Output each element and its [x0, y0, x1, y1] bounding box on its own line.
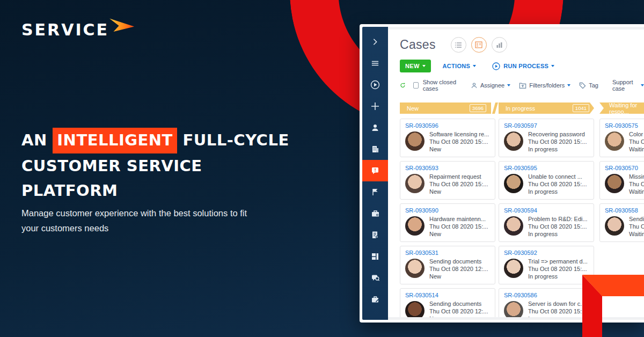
case-id-link[interactable]: SR-0930593 — [405, 165, 490, 171]
headline-line2: CUSTOMER SERVICE — [21, 157, 202, 175]
sidebar-menu-icon[interactable] — [362, 53, 388, 74]
case-subject: Unable to connect ... — [528, 173, 587, 180]
case-subject: Recovering password — [528, 130, 587, 138]
case-subject: Sending documents — [429, 300, 488, 307]
tag-filter[interactable]: Tag — [579, 82, 598, 89]
avatar — [405, 131, 425, 151]
case-date: Thu Oc — [629, 138, 644, 145]
sidebar-document-settings-icon[interactable] — [362, 224, 388, 246]
case-card[interactable]: SR-0930595 Unable to connect ...Thu Oct … — [499, 161, 594, 200]
sidebar-briefcase-edit-icon[interactable] — [362, 289, 388, 310]
kanban-column-header-in-progress[interactable]: In progress 1041 — [499, 102, 594, 114]
case-id-link[interactable]: SR-0930514 — [405, 292, 490, 298]
kanban-column-header-new[interactable]: New 3696 — [400, 102, 491, 114]
column-title: New — [407, 105, 419, 112]
case-status: New — [429, 145, 489, 153]
case-id-link[interactable]: SR-0930594 — [504, 207, 589, 214]
assignee-filter[interactable]: Assignee — [471, 82, 510, 89]
case-date: Thu Oc — [629, 223, 644, 230]
refresh-icon[interactable] — [400, 82, 406, 89]
case-status: In progress — [528, 188, 587, 195]
case-date: Thu Oct 08 2020 15:... — [528, 223, 588, 230]
case-card[interactable]: SR-0930570 MissingThu OcWaiting — [599, 161, 644, 200]
play-circle-icon — [492, 62, 500, 70]
case-id-link[interactable]: SR-0930570 — [605, 165, 644, 171]
case-card[interactable]: SR-0930575 Color laThu OcWaiting — [599, 119, 644, 157]
show-closed-checkbox[interactable] — [413, 82, 419, 89]
case-card[interactable]: SR-0930514 Sending documentsThu Oct 08 2… — [400, 288, 495, 320]
assignee-label: Assignee — [480, 82, 504, 89]
case-status: Waiting — [629, 188, 644, 195]
sidebar-flag-icon[interactable] — [362, 181, 388, 203]
case-id-link[interactable]: SR-0930596 — [405, 122, 490, 129]
caret-down-icon — [567, 84, 570, 86]
case-date: Thu Oct 08 2020 15:... — [528, 180, 587, 188]
avatar — [504, 259, 523, 278]
case-date: Thu Oc — [629, 180, 644, 188]
case-id-link[interactable]: SR-0930592 — [504, 250, 589, 256]
headline-highlight: INTELLIGENT — [53, 128, 177, 153]
case-id-link[interactable]: SR-0930590 — [405, 207, 490, 214]
list-view-icon[interactable] — [451, 37, 466, 53]
app-sidebar — [362, 27, 388, 320]
hero-subtext: Manage customer experience with the best… — [21, 206, 301, 236]
kanban-view-icon[interactable] — [471, 37, 487, 53]
kanban-column-header-waiting[interactable]: Waiting for respo... — [599, 102, 644, 114]
view-toggles — [451, 37, 507, 53]
avatar — [504, 174, 523, 193]
case-date: Thu Oct 08 2020 12:... — [429, 265, 488, 273]
sidebar-building-icon[interactable] — [362, 138, 388, 160]
avatar — [405, 216, 425, 236]
case-id-link[interactable]: SR-0930558 — [605, 207, 644, 214]
headline-pre: AN — [21, 131, 47, 149]
case-card[interactable]: SR-0930597 Recovering passwordThu Oct 08… — [499, 119, 594, 157]
case-card[interactable]: SR-0930558 SendingThu OcWaiting — [599, 203, 644, 242]
kanban-column-new: SR-0930596 Software licensing re...Thu O… — [400, 119, 495, 320]
case-id-link[interactable]: SR-0930595 — [504, 165, 589, 171]
case-date: Thu Oct 08 2020 15:... — [429, 180, 488, 188]
case-status: Waiting — [629, 145, 644, 153]
caret-down-icon — [641, 84, 644, 86]
case-card[interactable]: SR-0930592 Trial => permanent d...Thu Oc… — [499, 246, 594, 284]
filters-folders-filter[interactable]: Filters/folders — [519, 82, 570, 89]
caret-down-icon — [507, 84, 510, 86]
case-status: New — [429, 188, 488, 195]
sidebar-toolbox-icon[interactable] — [362, 203, 388, 224]
headline: AN INTELLIGENT FULL-CYCLE CUSTOMER SERVI… — [21, 128, 311, 203]
case-type-selector[interactable]: Support case — [612, 79, 644, 92]
case-subject: Problem to R&D: Edi... — [528, 215, 588, 223]
actions-button[interactable]: ACTIONS — [443, 63, 477, 69]
case-card[interactable]: SR-0930593 Repairment requestThu Oct 08 … — [400, 161, 495, 200]
caret-down-icon — [473, 65, 476, 67]
case-status: New — [429, 273, 488, 280]
filters-folders-label: Filters/folders — [529, 82, 565, 89]
case-type-label: Support case — [612, 79, 638, 92]
avatar — [405, 174, 425, 193]
kanban-separator — [491, 102, 499, 114]
sidebar-cases-chat-alert-icon[interactable] — [362, 160, 388, 181]
sidebar-play-circle-icon[interactable] — [362, 74, 388, 96]
case-id-link[interactable]: SR-0930586 — [504, 292, 589, 298]
case-subject: Color la — [629, 130, 644, 138]
case-subject: Repairment request — [429, 173, 488, 180]
sidebar-person-icon[interactable] — [362, 117, 388, 138]
run-process-button[interactable]: RUN PROCESS — [492, 62, 554, 70]
case-card[interactable]: SR-0930586 Server is down for c...Thu Oc… — [499, 288, 594, 320]
analytics-view-icon[interactable] — [492, 37, 507, 53]
sidebar-tiles-icon[interactable] — [362, 246, 388, 267]
case-id-link[interactable]: SR-0930597 — [504, 122, 589, 129]
case-card[interactable]: SR-0930590 Hardware maintenn...Thu Oct 0… — [400, 203, 495, 242]
sidebar-plus-icon[interactable] — [362, 96, 388, 117]
case-subject: Hardware maintenn... — [429, 215, 488, 223]
avatar — [605, 216, 624, 236]
case-id-link[interactable]: SR-0930531 — [405, 250, 490, 256]
case-date: Thu Oct 08 2020 15:... — [528, 265, 588, 273]
case-card[interactable]: SR-0930596 Software licensing re...Thu O… — [400, 119, 495, 157]
sidebar-chevron-right-icon[interactable] — [362, 31, 388, 53]
person-icon — [471, 82, 478, 89]
case-card[interactable]: SR-0930531 Sending documentsThu Oct 08 2… — [400, 246, 495, 284]
case-id-link[interactable]: SR-0930575 — [605, 122, 644, 129]
case-card[interactable]: SR-0930594 Problem to R&D: Edi...Thu Oct… — [499, 203, 594, 242]
new-button[interactable]: NEW — [400, 60, 431, 72]
sidebar-chat-search-icon[interactable] — [362, 267, 388, 289]
